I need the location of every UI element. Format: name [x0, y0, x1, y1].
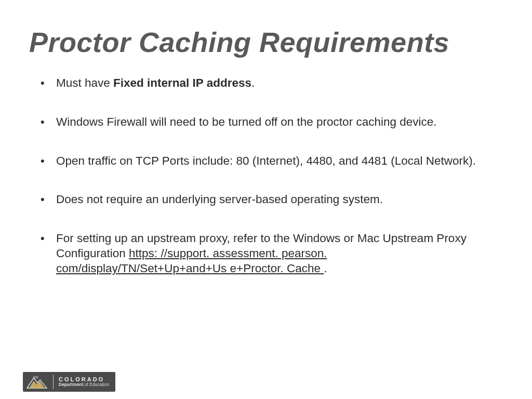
list-item: Must have Fixed internal IP address. — [44, 76, 503, 91]
badge-text: CDE — [33, 376, 38, 379]
text: . — [324, 262, 327, 275]
brand-sub: Department of Education — [59, 382, 109, 387]
brand-dept-rest: of Education — [83, 382, 109, 387]
divider — [53, 375, 54, 389]
text: Must have — [56, 76, 113, 89]
text: . — [251, 76, 255, 89]
list-item: Open traffic on TCP Ports include: 80 (I… — [44, 154, 503, 169]
text: Windows Firewall will need to be turned … — [56, 115, 436, 128]
text: Does not require an underlying server-ba… — [56, 193, 383, 206]
brand-dept-bold: Department — [59, 382, 83, 387]
footer-logo: CDE COLORADO Department of Education — [23, 372, 115, 392]
list-item: Windows Firewall will need to be turned … — [44, 115, 503, 130]
text-bold: Fixed internal IP address — [113, 76, 251, 89]
mountain-icon: CDE — [26, 375, 48, 389]
text: Open traffic on TCP Ports include: 80 (I… — [56, 154, 476, 167]
bullet-list: Must have Fixed internal IP address. Win… — [29, 76, 503, 276]
list-item: For setting up an upstream proxy, refer … — [44, 231, 503, 276]
list-item: Does not require an underlying server-ba… — [44, 192, 503, 207]
slide-title: Proctor Caching Requirements — [29, 26, 503, 58]
brand-text: COLORADO Department of Education — [59, 377, 109, 387]
slide: Proctor Caching Requirements Must have F… — [0, 0, 532, 399]
